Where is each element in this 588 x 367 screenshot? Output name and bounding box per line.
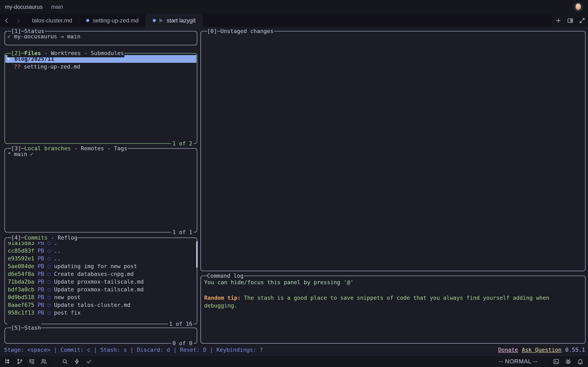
command-log-tip: Random tip: The stash is a good place to…: [204, 294, 582, 302]
lazygit-version: 0.55.1: [565, 347, 585, 353]
lazygit-files-panel[interactable]: ─[2]─Files - Worktrees - Submodules ▼blo…: [4, 53, 197, 144]
forward-arrow-icon[interactable]: [15, 17, 22, 24]
split-pane-icon[interactable]: [567, 17, 573, 24]
tab-setting-up-zed[interactable]: setting-up-zed.md: [79, 14, 146, 27]
lazygit-commits-panel[interactable]: ─[4]─Commits - Reflog 91a15da3PB○. cc85d…: [4, 238, 197, 324]
file-row-untracked[interactable]: ??setting-up-zed.md: [5, 63, 197, 71]
user-avatar[interactable]: [573, 2, 583, 12]
files-panel-title: ─[2]─Files - Worktrees - Submodules: [7, 49, 124, 57]
tab-talos-cluster[interactable]: talos-cluster.md: [25, 14, 79, 27]
status-bar: -- NORMAL --: [0, 356, 588, 367]
commit-row[interactable]: e93592e1PB○..: [5, 255, 197, 262]
status-bar-right: -- NORMAL --: [499, 358, 584, 365]
modified-dot-icon: [153, 19, 156, 22]
tab-label: talos-cluster.md: [32, 17, 72, 24]
commits-scrollbar-thumb[interactable]: [196, 241, 198, 268]
git-panel-button[interactable]: [16, 358, 24, 365]
commit-row[interactable]: 71bda2baPB○Update proxmox-tailscale.md: [5, 278, 197, 286]
lazygit-keybindings-bar: Stage: <space> | Commit: c | Stash: s | …: [4, 345, 585, 355]
status-bar-divider: [545, 358, 546, 365]
commit-row[interactable]: cc85d83fPB○..: [5, 247, 197, 255]
keybinding-hints: Stage: <space> | Commit: c | Stash: s | …: [4, 347, 263, 353]
debug-button[interactable]: [564, 358, 572, 365]
collaboration-button[interactable]: [40, 358, 48, 365]
tab-bar-spacer: [203, 14, 552, 27]
tab-label: setting-up-zed.md: [93, 17, 139, 24]
command-log-hint: You can hide/focus this panel by pressin…: [204, 278, 582, 286]
zap-button[interactable]: [73, 358, 81, 365]
nav-buttons: [0, 14, 25, 27]
commit-row[interactable]: 0d9bd518PB○new post: [5, 293, 197, 301]
expand-icon[interactable]: [579, 17, 585, 24]
commits-counter: 1 of 16: [168, 320, 194, 328]
diagnostics-check-button[interactable]: [85, 358, 93, 365]
files-counter: 1 of 2: [171, 140, 194, 148]
branches-counter: 1 of 1: [171, 228, 194, 236]
avatar-face-icon: [576, 3, 581, 10]
lazygit-stash-panel[interactable]: ─[5]─Stash 0 of 0: [4, 328, 197, 343]
tab-actions: [552, 14, 588, 27]
donate-link[interactable]: Donate: [498, 347, 518, 353]
lazygit-branches-panel[interactable]: ─[3]─Local branches - Remotes - Tags *ma…: [4, 148, 197, 233]
terminal-play-icon: [159, 18, 163, 23]
tab-start-lazygit[interactable]: start lazygit: [146, 14, 203, 27]
unstaged-panel-title: ─[0]─Unstaged changes: [203, 27, 274, 35]
search-button[interactable]: [61, 358, 69, 365]
tab-bar: talos-cluster.md setting-up-zed.md start…: [0, 14, 588, 27]
branches-panel-title: ─[3]─Local branches - Remotes - Tags: [7, 144, 128, 152]
tab-label: start lazygit: [167, 17, 196, 24]
status-panel-title: ─[1]─Status: [7, 27, 45, 35]
command-log-tip-wrap: debugging.: [204, 302, 582, 309]
command-log-title: ─Command log: [203, 272, 244, 280]
commit-row[interactable]: 958c1f13PB○post fix: [5, 309, 197, 317]
modified-dot-icon: [86, 19, 89, 22]
new-tab-plus-icon[interactable]: [555, 17, 562, 24]
terminal-lazygit: ─[1]─Status ✓ my-docusaurus → main ─[2]─…: [0, 27, 588, 356]
app-window: my-docusaurus main talos-cluster.md sett…: [0, 0, 588, 367]
notifications-bell-button[interactable]: [577, 358, 584, 365]
outline-panel-button[interactable]: [28, 358, 35, 365]
branch-name[interactable]: main: [51, 4, 63, 10]
project-panel-button[interactable]: [4, 358, 11, 365]
title-bar: my-docusaurus main: [0, 0, 588, 14]
project-name[interactable]: my-docusaurus: [5, 4, 43, 10]
vim-mode-indicator: -- NORMAL --: [499, 358, 537, 365]
lazygit-command-log-panel[interactable]: ─Command log You can hide/focus this pan…: [200, 276, 586, 343]
lazygit-status-panel[interactable]: ─[1]─Status ✓ my-docusaurus → main: [4, 31, 197, 45]
commit-row[interactable]: bdf3a0cbPB○Update proxmox-tailscale.md: [5, 286, 197, 293]
commit-row[interactable]: 8aaef675PB○Update talos-cluster.md: [5, 301, 197, 309]
terminal-panel-button[interactable]: [553, 358, 560, 365]
lazygit-unstaged-panel[interactable]: ─[0]─Unstaged changes: [200, 31, 586, 271]
commit-row[interactable]: 5ae084dePB○updating img for new post: [5, 262, 197, 270]
ask-question-link[interactable]: Ask Question: [522, 347, 562, 353]
commits-panel-title: ─[4]─Commits - Reflog: [7, 234, 78, 242]
command-log-blank: [204, 286, 582, 294]
back-arrow-icon[interactable]: [3, 17, 10, 24]
commit-row[interactable]: d6e54f8aPB○Create databases-cnpg.md: [5, 270, 197, 278]
status-bar-left: [4, 358, 93, 365]
stash-panel-title: ─[5]─Stash: [7, 324, 42, 332]
